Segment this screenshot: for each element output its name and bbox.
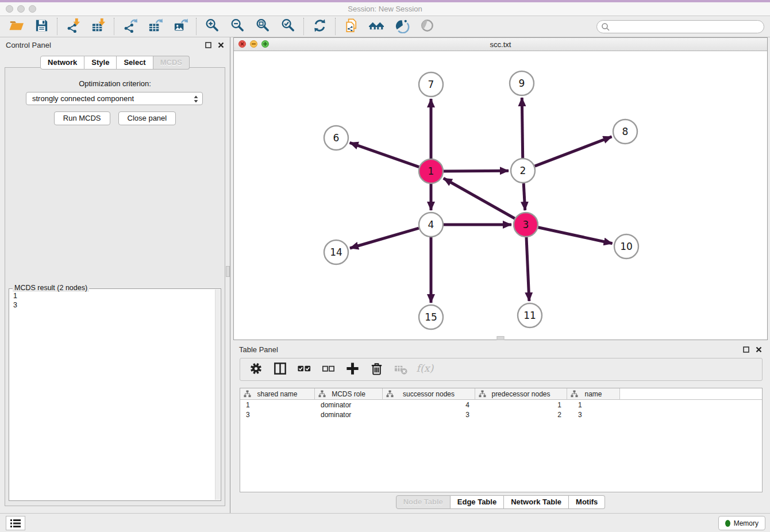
table-tabs: Node TableEdge TableNetwork TableMotifs [233, 495, 768, 509]
open-session-button[interactable] [3, 17, 29, 36]
node-label-10: 10 [620, 241, 633, 252]
new-network-from-selection-button[interactable] [338, 17, 364, 36]
column-tree-icon [479, 390, 486, 399]
table-row[interactable]: 1dominator411 [240, 400, 762, 410]
export-network-button[interactable] [117, 17, 143, 36]
svg-text:f(x): f(x) [416, 363, 434, 374]
edge-2-8[interactable] [535, 137, 612, 166]
first-neighbors-button[interactable] [364, 17, 389, 36]
tab-motifs[interactable]: Motifs [569, 495, 605, 509]
edge-3-1[interactable] [444, 178, 515, 218]
save-session-button[interactable] [29, 17, 54, 36]
import-network-button[interactable] [60, 17, 86, 36]
node-label-7: 7 [428, 79, 434, 90]
network-canvas[interactable]: 7968124314101511 [234, 52, 767, 340]
export-network-icon [122, 18, 138, 35]
app-titlebar: Session: New Session [0, 0, 770, 16]
search-input[interactable] [612, 21, 758, 32]
control-panel: Control Panel NetworkStyleSelectMCDS Opt… [0, 37, 230, 513]
show-column-button[interactable] [272, 362, 288, 377]
table-settings-button[interactable] [248, 362, 264, 377]
close-table-panel-icon[interactable] [756, 346, 762, 353]
edge-1-6[interactable] [350, 142, 419, 167]
table-panel-title: Table Panel [239, 345, 278, 354]
task-history-button[interactable] [6, 516, 25, 530]
export-table-button[interactable] [143, 17, 168, 36]
column-header-successor-nodes[interactable]: successor nodes [383, 388, 475, 400]
cell-successor-nodes: 4 [383, 401, 475, 409]
tab-node-table[interactable]: Node Table [396, 495, 451, 509]
network-file-icon [344, 18, 359, 35]
column-header-predecessor-nodes[interactable]: predecessor nodes [475, 388, 567, 400]
mcds-result-item: 3 [13, 300, 210, 310]
toolbar-separator [335, 18, 336, 35]
column-header-shared-name[interactable]: shared name [240, 388, 315, 400]
float-panel-icon[interactable] [205, 42, 211, 48]
toolbar-separator [57, 18, 57, 35]
close-panel-button[interactable]: Close panel [118, 111, 176, 125]
memory-button[interactable]: Memory [718, 516, 765, 530]
node-label-6: 6 [333, 132, 340, 144]
style-button[interactable] [389, 17, 414, 36]
splitter-handle[interactable] [226, 266, 230, 277]
mcds-result-box: MCDS result (2 nodes) 13 [9, 288, 221, 501]
float-table-panel-icon[interactable] [743, 346, 749, 353]
node-label-4: 4 [428, 219, 434, 230]
edge-2-9[interactable] [522, 98, 522, 158]
column-header-name[interactable]: name [567, 388, 620, 400]
edge-3-10[interactable] [538, 228, 613, 244]
export-image-button[interactable] [168, 17, 193, 36]
zoom-out-button[interactable] [225, 17, 250, 36]
tab-edge-table[interactable]: Edge Table [451, 495, 504, 509]
delete-column-button[interactable] [369, 362, 384, 377]
edge-4-14[interactable] [350, 228, 419, 248]
run-mcds-button[interactable]: Run MCDS [54, 111, 110, 125]
node-label-8: 8 [622, 126, 629, 137]
edge-1-2[interactable] [444, 171, 509, 171]
export-table-icon [148, 18, 163, 35]
tab-network-table[interactable]: Network Table [504, 495, 569, 509]
import-table-button[interactable] [86, 17, 111, 36]
deselect-all-rows-button[interactable] [321, 362, 336, 377]
edge-3-11[interactable] [526, 237, 529, 301]
zoom-fit-button[interactable] [250, 17, 275, 36]
status-bar: Memory [0, 513, 770, 532]
refresh-icon [312, 18, 328, 35]
vizmap-icon [394, 18, 410, 35]
close-panel-icon[interactable] [218, 42, 224, 48]
toolbar-separator [196, 18, 197, 35]
node-label-14: 14 [330, 246, 342, 258]
optimization-criterion-label: Optimization criterion: [5, 79, 225, 88]
home-pair-icon [369, 18, 384, 35]
criterion-select[interactable]: strongly connected component [26, 92, 203, 105]
result-scrollbar[interactable] [215, 290, 220, 500]
toolbar-separator [303, 18, 304, 35]
zoom-selected-button[interactable] [275, 17, 301, 36]
edge-2-3[interactable] [523, 183, 525, 210]
apply-layout-button[interactable] [307, 17, 332, 36]
column-tree-icon [244, 390, 251, 399]
tab-style[interactable]: Style [84, 56, 117, 70]
main-toolbar [0, 16, 770, 37]
column-header-MCDS-role[interactable]: MCDS role [315, 388, 383, 400]
select-all-rows-button[interactable] [297, 362, 312, 377]
tab-network[interactable]: Network [40, 56, 84, 70]
zoom-in-button[interactable] [199, 17, 225, 36]
table-delete-icon [393, 361, 409, 378]
fx-icon: f(x) [415, 361, 435, 378]
show-graphics-details-button[interactable] [414, 17, 440, 36]
column-tree-icon [571, 390, 578, 399]
cell-MCDS-role: dominator [315, 411, 383, 419]
cell-name: 1 [567, 401, 620, 409]
network-graph[interactable]: 7968124314101511 [234, 52, 767, 340]
add-column-button[interactable] [345, 362, 360, 377]
cell-shared-name: 1 [240, 401, 315, 409]
node-label-1: 1 [428, 165, 434, 177]
mcds-result-list: 13 [9, 290, 214, 500]
network-window-titlebar[interactable]: scc.txt [234, 38, 767, 51]
network-resize-handle[interactable] [497, 336, 505, 340]
tab-mcds[interactable]: MCDS [153, 56, 190, 70]
open-folder-icon [9, 18, 24, 35]
table-row[interactable]: 3dominator323 [240, 410, 762, 419]
tab-select[interactable]: Select [117, 56, 153, 70]
